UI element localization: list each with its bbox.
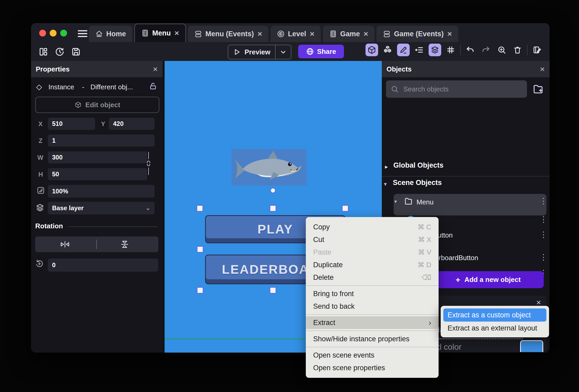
kebab-menu-icon[interactable]: ⋮ xyxy=(540,231,547,239)
tab-game[interactable]: Game × xyxy=(323,26,375,42)
menu-item-delete[interactable]: Delete ⌫ xyxy=(306,271,439,284)
save-icon[interactable] xyxy=(71,47,81,57)
close-icon[interactable]: × xyxy=(153,64,158,74)
undo-icon[interactable] xyxy=(464,44,476,56)
properties-panel-header: Properties × xyxy=(31,61,162,77)
y-field[interactable] xyxy=(109,118,155,130)
tab-menu[interactable]: Menu × xyxy=(134,24,186,42)
kebab-menu-icon[interactable]: ⋮ xyxy=(540,253,547,261)
menu-item-cut[interactable]: Cut ⌘ X xyxy=(306,233,439,246)
redo-icon[interactable] xyxy=(480,44,492,56)
link-line xyxy=(148,168,149,175)
submenu-item-label: Extract as an external layout xyxy=(448,324,537,332)
menu-item-open-scene-properties[interactable]: Open scene properties xyxy=(306,362,439,374)
minimize-traffic-light[interactable] xyxy=(50,30,57,37)
menu-item-extract[interactable]: Extract › xyxy=(306,316,439,329)
instances-icon[interactable] xyxy=(381,44,394,56)
preview-button[interactable]: Preview xyxy=(228,45,291,59)
submenu-item-extract-external-layout[interactable]: Extract as an external layout xyxy=(443,322,546,335)
shortcut: ⌘ C xyxy=(418,223,431,231)
tab-game-events[interactable]: Game (Events) × xyxy=(377,26,458,42)
link-dimensions-icon[interactable] xyxy=(145,160,152,167)
close-icon[interactable]: × xyxy=(540,64,545,74)
kebab-menu-icon[interactable]: ⋮ xyxy=(540,215,547,223)
background-color-text-fragment: d color xyxy=(437,342,461,352)
share-button[interactable]: Share xyxy=(298,45,344,58)
menu-item-open-scene-events[interactable]: Open scene events xyxy=(306,349,439,362)
layout-panels-icon[interactable] xyxy=(38,47,48,57)
search-objects-box[interactable] xyxy=(386,80,527,98)
diamond-icon: ◇ xyxy=(36,82,42,91)
3d-view-toggle-icon[interactable] xyxy=(365,44,378,56)
tab-home[interactable]: Home xyxy=(89,26,132,42)
trash-icon[interactable] xyxy=(511,44,524,56)
tab-level[interactable]: Level × xyxy=(271,26,321,42)
caret-down-icon[interactable]: ▾ xyxy=(394,199,397,204)
add-folder-icon[interactable] xyxy=(532,83,544,95)
search-objects-input[interactable] xyxy=(403,85,504,94)
shark-sprite[interactable] xyxy=(231,149,307,185)
tab-menu-events[interactable]: Menu (Events) × xyxy=(188,26,268,42)
scene-objects-header[interactable]: Scene Objects xyxy=(393,179,442,187)
zoom-in-icon[interactable] xyxy=(495,44,508,56)
close-icon[interactable]: × xyxy=(175,29,179,38)
menu-item-label: Open scene events xyxy=(313,351,374,359)
rotation-field[interactable] xyxy=(48,259,158,272)
plus-icon: + xyxy=(456,275,460,284)
selection-handle[interactable] xyxy=(270,205,276,212)
selection-handle[interactable] xyxy=(197,205,203,212)
selection-handle[interactable] xyxy=(197,287,203,293)
close-icon[interactable]: × xyxy=(310,29,314,38)
menu-item-copy[interactable]: Copy ⌘ C xyxy=(306,221,439,233)
flip-horizontal-icon[interactable] xyxy=(58,240,72,249)
menu-item-send-to-back[interactable]: Send to back xyxy=(306,300,439,313)
menu-item-bring-to-front[interactable]: Bring to front xyxy=(306,287,439,300)
menu-item-label: Paste xyxy=(313,248,331,256)
close-icon[interactable]: × xyxy=(447,29,452,38)
unlock-icon[interactable] xyxy=(149,82,157,90)
instance-list-icon[interactable] xyxy=(413,44,425,56)
global-objects-header[interactable]: Global Objects xyxy=(393,161,444,169)
w-label: W xyxy=(37,154,43,161)
chevron-down-icon[interactable] xyxy=(280,48,287,56)
scene-icon xyxy=(141,29,149,37)
preview-label: Preview xyxy=(245,48,270,56)
close-traffic-light[interactable] xyxy=(39,30,46,37)
w-field[interactable] xyxy=(48,151,147,163)
menu-item-show-hide-instance-properties[interactable]: Show/Hide instance properties xyxy=(306,333,439,345)
rotate-handle[interactable] xyxy=(270,188,276,193)
layer-select[interactable]: Base layer ⌄ xyxy=(48,202,155,214)
zoom-traffic-light[interactable] xyxy=(60,30,67,37)
tab-label: Level xyxy=(288,30,306,38)
history-icon[interactable] xyxy=(55,47,65,57)
edit-mode-pencil-icon[interactable] xyxy=(397,44,410,56)
close-icon[interactable]: × xyxy=(364,29,368,38)
h-field[interactable] xyxy=(48,168,147,180)
add-new-object-button[interactable]: + Add a new object xyxy=(433,271,544,288)
selection-handle[interactable] xyxy=(197,246,203,252)
submenu-item-extract-custom-object[interactable]: Extract as a custom object xyxy=(443,308,546,322)
layers-toggle-icon[interactable] xyxy=(429,44,441,56)
z-field[interactable] xyxy=(48,135,155,147)
flip-vertical-icon[interactable] xyxy=(119,239,130,250)
edit-object-button[interactable]: Edit object xyxy=(35,97,159,113)
globe-icon xyxy=(306,48,314,55)
close-icon[interactable]: × xyxy=(258,29,262,38)
kebab-menu-icon[interactable]: ⋮ xyxy=(540,197,547,205)
divider xyxy=(96,240,97,249)
grid-icon[interactable] xyxy=(444,44,457,56)
menu-item-label: Duplicate xyxy=(313,261,343,269)
opacity-field[interactable] xyxy=(48,185,155,198)
play-game-button-label: PLAY xyxy=(257,222,293,236)
tree-item-menu-folder[interactable]: Menu xyxy=(417,198,434,206)
hamburger-menu-icon[interactable] xyxy=(77,29,88,38)
x-field[interactable] xyxy=(48,118,95,130)
caret-down-icon[interactable]: ▾ xyxy=(384,181,387,188)
search-icon xyxy=(391,85,399,93)
edit-register-icon[interactable] xyxy=(531,44,543,56)
selection-handle[interactable] xyxy=(270,287,276,293)
menu-item-duplicate[interactable]: Duplicate ⌘ D xyxy=(306,259,439,271)
selection-handle[interactable] xyxy=(342,205,348,212)
background-color-swatch[interactable] xyxy=(520,340,543,352)
caret-right-icon[interactable]: ▸ xyxy=(385,163,388,170)
